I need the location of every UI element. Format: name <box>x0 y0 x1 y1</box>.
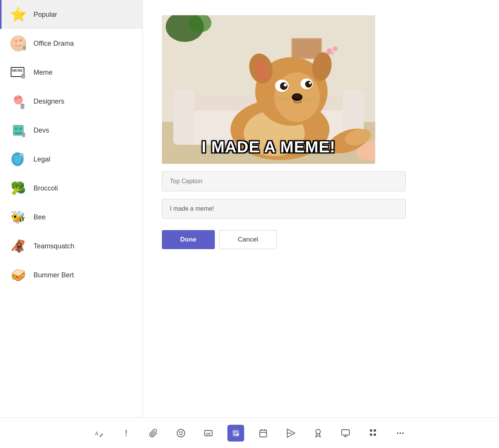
done-button[interactable]: Done <box>162 230 215 249</box>
sticker-sidebar: ⭐PopularOffice DramaMEMEMemeDesignersDev… <box>0 0 143 418</box>
svg-rect-70 <box>260 430 267 437</box>
svg-rect-29 <box>293 39 321 58</box>
more-icon <box>396 429 405 438</box>
devs-icon <box>9 121 27 139</box>
exclamation-icon: ! <box>125 428 128 438</box>
svg-text:A: A <box>94 431 98 437</box>
bottom-caption-input[interactable] <box>162 199 406 219</box>
legal-label: Legal <box>34 155 50 163</box>
gif-button[interactable]: GIF <box>200 425 217 442</box>
popular-icon: ⭐ <box>9 5 27 24</box>
sidebar-item-office-drama[interactable]: Office Drama <box>0 29 142 58</box>
sticker-icon <box>231 429 240 438</box>
svg-point-48 <box>284 83 287 86</box>
svg-rect-19 <box>14 133 22 134</box>
svg-point-85 <box>402 432 404 434</box>
bummer-bert-icon: 🥪 <box>9 266 27 284</box>
svg-rect-4 <box>23 46 26 50</box>
apps-icon <box>368 429 377 438</box>
svg-point-69 <box>236 431 237 432</box>
office-drama-label: Office Drama <box>34 40 74 48</box>
svg-point-84 <box>400 432 401 434</box>
designers-label: Designers <box>34 98 64 106</box>
svg-point-51 <box>293 94 301 99</box>
svg-point-46 <box>280 82 288 90</box>
sticker-button[interactable] <box>227 425 244 442</box>
sidebar-item-meme[interactable]: MEMEMeme <box>0 58 142 87</box>
gif-icon: GIF <box>204 429 213 438</box>
emoji-button[interactable] <box>173 425 189 442</box>
top-caption-input[interactable] <box>162 171 406 191</box>
svg-point-32 <box>331 51 334 55</box>
bee-label: Bee <box>34 213 46 221</box>
svg-point-47 <box>305 81 312 88</box>
svg-point-63 <box>179 432 180 432</box>
svg-point-18 <box>19 128 22 130</box>
apps-button[interactable] <box>365 425 381 442</box>
svg-point-31 <box>333 46 337 51</box>
svg-point-12 <box>14 97 18 100</box>
cancel-button[interactable]: Cancel <box>219 230 277 249</box>
teamsquatch-icon: 🦧 <box>9 237 27 255</box>
svg-point-11 <box>14 95 23 104</box>
meme-label: Meme <box>34 69 53 77</box>
action-buttons: Done Cancel <box>162 230 480 249</box>
sidebar-item-bee[interactable]: 🐝Bee <box>0 203 142 232</box>
more-button[interactable] <box>392 425 409 442</box>
svg-point-13 <box>19 96 21 99</box>
meme-icon: MEME <box>9 63 27 82</box>
svg-point-64 <box>182 432 182 432</box>
svg-text:GIF: GIF <box>206 432 211 435</box>
svg-rect-20 <box>22 133 25 137</box>
svg-rect-14 <box>21 104 24 109</box>
whiteboard-icon <box>341 429 350 438</box>
sidebar-item-designers[interactable]: Designers <box>0 87 142 116</box>
devs-label: Devs <box>34 126 49 134</box>
sidebar-item-bummer-bert[interactable]: 🥪Bummer Bert <box>0 261 142 290</box>
text-format-button[interactable]: A <box>90 425 107 442</box>
whiteboard-button[interactable] <box>337 425 354 442</box>
broccoli-label: Broccoli <box>34 184 58 192</box>
meme-image-bg: I MADE A MEME! <box>162 15 375 164</box>
svg-point-49 <box>309 82 311 84</box>
broccoli-icon: 🥦 <box>9 179 27 197</box>
svg-point-79 <box>316 429 320 434</box>
reward-icon <box>313 429 323 438</box>
svg-rect-80 <box>342 430 349 435</box>
svg-point-83 <box>397 432 398 434</box>
paperclip-icon <box>149 429 158 438</box>
bottom-toolbar: A ! GIF <box>0 418 499 448</box>
svg-point-17 <box>15 128 17 130</box>
reward-button[interactable] <box>310 425 326 442</box>
sidebar-item-broccoli[interactable]: 🥦Broccoli <box>0 174 142 203</box>
bee-icon: 🐝 <box>9 208 27 226</box>
attach-button[interactable] <box>145 425 162 442</box>
legal-icon <box>9 150 27 168</box>
meme-bottom-text: I MADE A MEME! <box>162 138 375 156</box>
send-button[interactable] <box>282 425 299 442</box>
sidebar-item-popular[interactable]: ⭐Popular <box>0 0 142 29</box>
important-button[interactable]: ! <box>118 425 134 442</box>
calendar-icon <box>259 429 268 438</box>
designers-icon <box>9 92 27 110</box>
sidebar-item-devs[interactable]: Devs <box>0 116 142 145</box>
meme-editor: I MADE A MEME! Done Cancel <box>143 0 499 418</box>
sidebar-item-teamsquatch[interactable]: 🦧Teamsquatch <box>0 232 142 261</box>
office-drama-icon <box>9 34 27 53</box>
popular-label: Popular <box>34 11 57 19</box>
svg-rect-9 <box>21 74 25 78</box>
svg-text:MEME: MEME <box>12 69 23 72</box>
svg-point-23 <box>19 153 24 158</box>
main-container: ⭐PopularOffice DramaMEMEMemeDesignersDev… <box>0 0 499 418</box>
text-format-icon: A <box>94 429 103 438</box>
svg-point-68 <box>234 431 235 433</box>
svg-point-62 <box>177 429 185 437</box>
svg-point-3 <box>19 39 22 42</box>
svg-rect-35 <box>173 90 194 145</box>
send-icon <box>286 429 295 438</box>
sidebar-item-legal[interactable]: Legal <box>0 145 142 174</box>
schedule-button[interactable] <box>255 425 272 442</box>
emoji-icon <box>176 429 186 438</box>
teamsquatch-label: Teamsquatch <box>34 242 74 250</box>
meme-preview: I MADE A MEME! <box>162 15 375 164</box>
